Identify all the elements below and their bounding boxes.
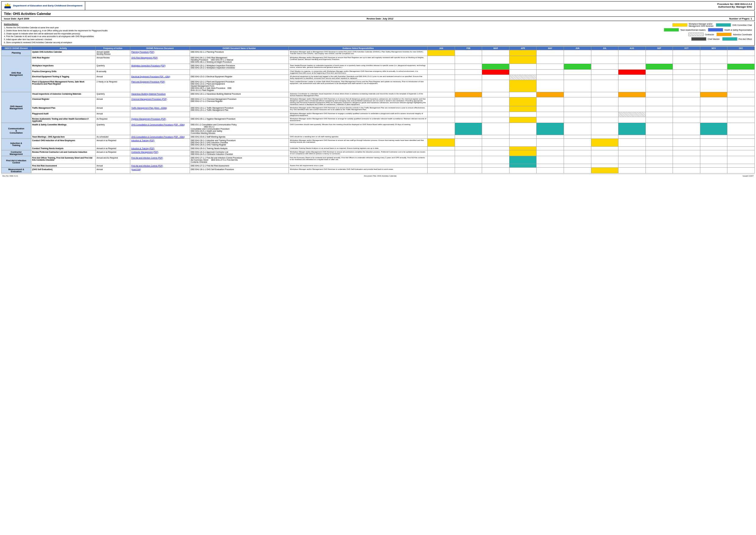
doc-firstaid-training: DEE EHU-27-1-1 First Aid and Infection C… [190, 156, 289, 164]
legend-green: Team leader/Domain leaders [664, 28, 706, 32]
month-oct-11 [673, 117, 700, 123]
month-jan-18 [428, 164, 455, 167]
activity-asbestos: Visual Inspections of Asbestos Containin… [31, 92, 96, 97]
table-row: OHS RiskManagement OHS Risk Register Ann… [2, 56, 755, 64]
month-jun-15 [564, 146, 591, 150]
section-ohs-hazard: OHS HazardManagement [2, 92, 31, 123]
month-jun-11 [564, 117, 591, 123]
ref-playground [130, 112, 190, 117]
freq-plant-equip: 2 Yearly or as Required [96, 80, 130, 92]
table-row: Planning Update OHS Activities Calendar … [2, 50, 755, 56]
authorised-by: Authorised By: Manager EHU [717, 6, 752, 8]
electrical-link[interactable]: Electrical Equipment Procedure PDF - 42k… [131, 75, 170, 78]
review-date: Review Date: July 2012 [366, 17, 729, 20]
legend-orange: Asbestos Coordinator [716, 33, 752, 36]
month-jul-17 [591, 156, 618, 164]
month-oct-9 [673, 106, 700, 112]
month-feb-15 [455, 146, 482, 150]
chemical-link[interactable]: Chemical Management Procedure (PDF) [131, 98, 167, 100]
month-nov-7 [700, 92, 727, 97]
freq-asbestos: Quarterly [96, 92, 130, 97]
doc-hs-committee: DEE-03-1-2 Consultation and Communicatio… [190, 123, 289, 135]
month-may-16 [537, 150, 564, 156]
freq-risk-register: Annual Review [96, 56, 130, 64]
month-mar-16 [482, 150, 510, 156]
asbestos-link[interactable]: Hazardous Building Material Procedure [131, 93, 166, 95]
month-mar-19 [482, 167, 510, 173]
month-sep-13 [646, 135, 673, 138]
month-sep-12 [646, 123, 673, 135]
ref-training-needs: Induction & Training (PDF) [130, 146, 190, 150]
proc-number: Procedure No: DEE EHU-2-2-2 [717, 3, 752, 6]
guidance-ohs-induction: Workplace Manager and/or Management OHS … [289, 138, 428, 146]
induction-link[interactable]: Induction & Training (PDF) [131, 139, 154, 142]
table-row: Practice Emergency Drills Bi-annually Ch… [2, 70, 755, 74]
month-sep-15 [646, 146, 673, 150]
firstaid-risk-link[interactable]: First Aid and Infection Control (PDF) [131, 165, 163, 167]
month-dec-8 [727, 97, 755, 106]
team-meetings-link[interactable]: OHS Consultation & Communication Procedu… [131, 136, 185, 138]
month-nov-1 [700, 50, 727, 56]
freq-self-eval: Annual [96, 167, 130, 173]
month-feb-7 [455, 92, 482, 97]
header-jun: JUN [564, 46, 591, 50]
victoria-label: Department of Education and Early Childh… [13, 4, 82, 7]
month-aug-18 [618, 164, 646, 167]
instructions-list: 1. Review the OHS Activities Calendar at… [4, 26, 533, 44]
month-aug-5 [618, 74, 646, 80]
activity-playground: Playground Audit [31, 112, 96, 117]
month-oct-17 [673, 156, 700, 164]
traffic-link[interactable]: Traffic Management Plan (Word - 433kb) [131, 107, 167, 109]
planning-pdf-link[interactable]: Planning Procedure (PDF) [131, 51, 154, 53]
month-sep-16 [646, 150, 673, 156]
month-dec-1 [727, 50, 755, 56]
freq-hs-committee: Quarterly [96, 123, 130, 135]
month-dec-7 [727, 92, 755, 97]
month-may-10 [537, 112, 564, 117]
month-may-8 [537, 97, 564, 106]
month-mar-11 [482, 117, 510, 123]
month-jul-12 [591, 123, 618, 135]
month-feb-3 [455, 64, 482, 70]
month-may-18 [537, 164, 564, 167]
month-jun-8 [564, 97, 591, 106]
month-apr-16 [509, 150, 537, 156]
legend-firstaid: First Aid Officer [722, 37, 752, 41]
plant-equip-link[interactable]: Plant and Equipment Procedure (PDF) [131, 81, 165, 83]
month-apr-19 [509, 167, 537, 173]
hygiene-link[interactable]: Hygiene Management Procedure (PDF) [131, 118, 166, 120]
month-dec-5 [727, 74, 755, 80]
month-may-1 [537, 50, 564, 56]
month-jun-4 [564, 70, 591, 74]
activity-contractor: Review Preferred Contractor List and Con… [31, 150, 96, 156]
month-nov-14 [700, 138, 727, 146]
month-jan-9 [428, 106, 455, 112]
month-feb-14 [455, 138, 482, 146]
month-mar-15 [482, 146, 510, 150]
ohs-risk-link[interactable]: OHS Risk Management (PDF) [131, 57, 158, 59]
training-needs-link[interactable]: Induction & Training (PDF) [131, 147, 154, 150]
contractor-link[interactable]: Contractor Management (PDF) [131, 151, 158, 153]
self-eval-link[interactable]: (insert link) [131, 168, 141, 170]
title-bar: Title: OHS Activities Calendar [1, 11, 755, 17]
month-dec-15 [727, 146, 755, 150]
header-aug: AUG [618, 46, 646, 50]
month-jun-2 [564, 56, 591, 64]
month-may-7 [537, 92, 564, 97]
page: Department of Education and Early Childh… [0, 0, 756, 535]
firstaid-training-link[interactable]: First Aid and Infection Control (PDF) [131, 157, 163, 159]
activity-electrical: Electrical Equipment Testing & Tagging [31, 74, 96, 80]
month-nov-18 [700, 164, 727, 167]
month-dec-3 [727, 64, 755, 70]
month-oct-16 [673, 150, 700, 156]
header-ohsms-ref: OHSMS Reference Document [130, 46, 190, 50]
month-aug-2 [618, 56, 646, 64]
month-nov-4 [700, 70, 727, 74]
month-mar-10 [482, 112, 510, 117]
wp-inspect-link[interactable]: Workplace Inspection Procedure (PDF) [131, 65, 166, 67]
month-nov-11 [700, 117, 727, 123]
month-jun-12 [564, 123, 591, 135]
ref-traffic: Traffic Management Plan (Word - 433kb) [130, 106, 190, 112]
hs-committee-link[interactable]: OHS Consultation & Communication Procedu… [131, 124, 185, 126]
month-nov-2 [700, 56, 727, 64]
